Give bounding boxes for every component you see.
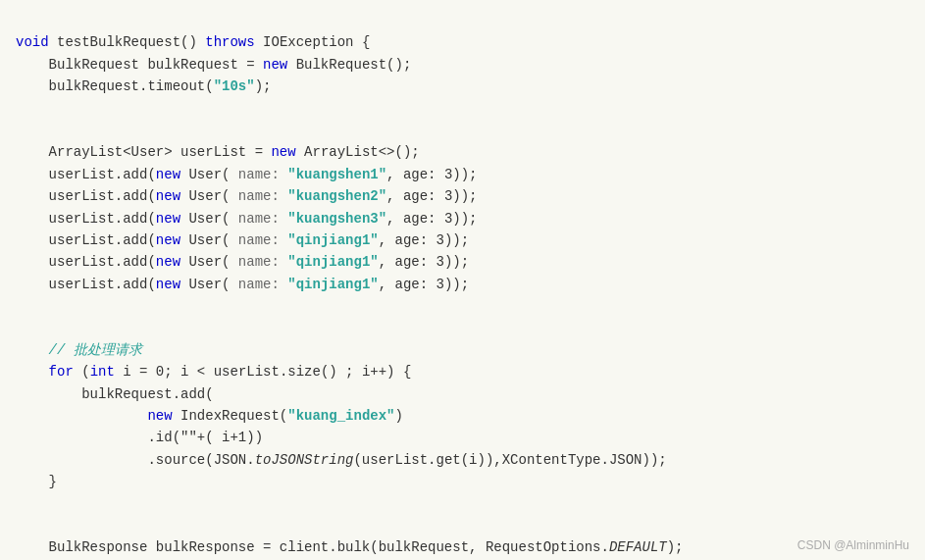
- line-10: userList.add(new User( name: "qinjiang1"…: [16, 254, 469, 270]
- watermark: CSDN @AlminminHu: [797, 538, 909, 552]
- line-15: bulkRequest.add(: [16, 386, 214, 402]
- line-19: }: [16, 474, 57, 489]
- line-13: // 批处理请求: [16, 342, 142, 358]
- line-14: for (int i = 0; i < userList.size() ; i+…: [16, 364, 411, 380]
- line-18: .source(JSON.toJSONString(userList.get(i…: [16, 452, 667, 468]
- line-2: BulkRequest bulkRequest = new BulkReques…: [16, 57, 411, 73]
- line-11: userList.add(new User( name: "qinjiang1"…: [16, 277, 469, 292]
- line-17: .id(""+( i+1)): [16, 430, 263, 445]
- line-16: new IndexRequest("kuang_index"): [16, 408, 403, 424]
- line-21: BulkResponse bulkResponse = client.bulk(…: [16, 539, 684, 555]
- code-block: void testBulkRequest() throws IOExceptio…: [16, 10, 909, 560]
- line-7: userList.add(new User( name: "kuangshen2…: [16, 188, 478, 204]
- line-8: userList.add(new User( name: "kuangshen3…: [16, 211, 478, 227]
- line-9: userList.add(new User( name: "qinjiang1"…: [16, 232, 469, 248]
- line-1: void testBulkRequest() throws IOExceptio…: [16, 34, 370, 50]
- line-6: userList.add(new User( name: "kuangshen1…: [16, 167, 478, 182]
- line-5: ArrayList<User> userList = new ArrayList…: [16, 144, 420, 160]
- code-container: void testBulkRequest() throws IOExceptio…: [0, 0, 925, 560]
- line-3: bulkRequest.timeout("10s");: [16, 78, 271, 94]
